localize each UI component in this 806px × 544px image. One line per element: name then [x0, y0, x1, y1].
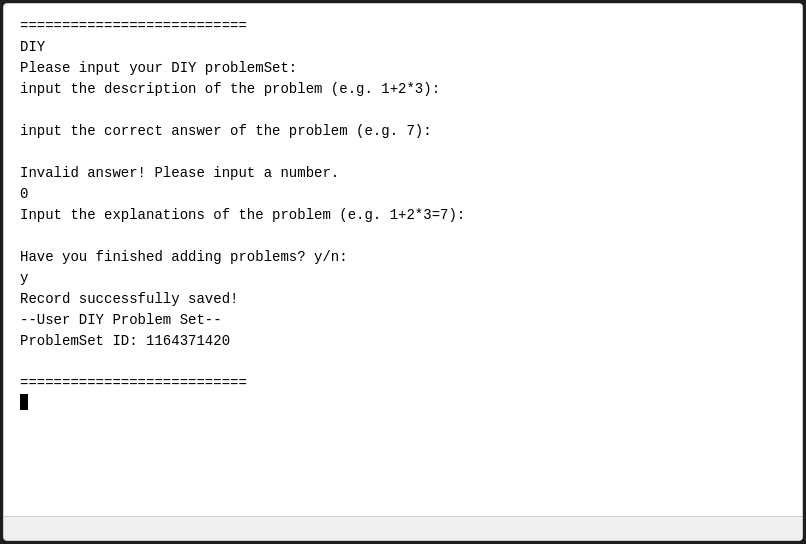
cursor-line: [20, 394, 786, 410]
terminal-content[interactable]: =========================== DIY Please i…: [4, 4, 802, 516]
terminal-cursor: [20, 394, 28, 410]
terminal-window: =========================== DIY Please i…: [3, 3, 803, 541]
terminal-bottom-bar: [4, 516, 802, 540]
